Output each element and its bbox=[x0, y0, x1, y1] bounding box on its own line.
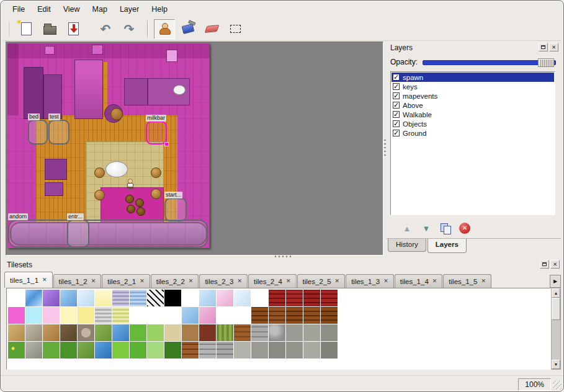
tileset-tile[interactable] bbox=[217, 307, 233, 324]
tileset-tile[interactable] bbox=[112, 342, 129, 359]
tileset-tile[interactable] bbox=[112, 324, 129, 341]
tab-history[interactable]: History bbox=[388, 239, 426, 252]
tileset-tile[interactable] bbox=[8, 307, 25, 324]
tileset-tile[interactable] bbox=[60, 342, 77, 359]
menu-map[interactable]: Map bbox=[87, 3, 113, 16]
select-tool-button[interactable] bbox=[225, 19, 246, 39]
tileset-tile[interactable] bbox=[8, 290, 25, 306]
tileset-tile[interactable] bbox=[303, 342, 320, 359]
tileset-tile[interactable] bbox=[164, 324, 181, 341]
tileset-tile[interactable] bbox=[43, 324, 60, 341]
duplicate-layer-button[interactable] bbox=[439, 221, 452, 235]
tileset-tile[interactable] bbox=[78, 307, 94, 324]
tab-close-icon[interactable]: ✕ bbox=[286, 278, 291, 284]
tileset-tile[interactable] bbox=[60, 324, 77, 341]
layer-row-Objects[interactable]: ✓Objects bbox=[392, 119, 554, 128]
tileset-tile[interactable] bbox=[164, 290, 181, 306]
tileset-tile[interactable] bbox=[217, 342, 233, 359]
layer-row-Above[interactable]: ✓Above bbox=[392, 100, 554, 110]
map-canvas[interactable]: andorn entr... bed test milkbar start... bbox=[7, 43, 210, 248]
tileset-tile[interactable] bbox=[130, 324, 146, 341]
tileset-tile[interactable] bbox=[60, 307, 77, 324]
tileset-tile[interactable] bbox=[25, 324, 42, 341]
tileset-tile[interactable] bbox=[95, 307, 112, 324]
tileset-tile[interactable] bbox=[78, 290, 94, 306]
new-file-button[interactable]: ✶ bbox=[16, 19, 37, 39]
tileset-tile[interactable] bbox=[95, 324, 112, 341]
raise-layer-button[interactable]: ▲ bbox=[400, 221, 414, 235]
tileset-tile[interactable] bbox=[321, 307, 338, 324]
tileset-tile[interactable] bbox=[25, 290, 42, 306]
scrollbar-thumb[interactable] bbox=[552, 298, 560, 320]
scroll-down-button[interactable]: ▼ bbox=[552, 360, 560, 369]
menu-view[interactable]: View bbox=[58, 3, 86, 16]
layer-row-keys[interactable]: ✓keys bbox=[392, 82, 554, 91]
tileset-tile[interactable] bbox=[43, 307, 60, 324]
opacity-slider[interactable] bbox=[423, 60, 556, 65]
tileset-tile[interactable] bbox=[164, 342, 181, 359]
tileset-tile[interactable] bbox=[321, 324, 338, 341]
layer-visibility-checkbox[interactable]: ✓ bbox=[393, 120, 400, 127]
tileset-tile[interactable] bbox=[147, 324, 164, 341]
tileset-tile[interactable] bbox=[286, 342, 303, 359]
tileset-tab-tiles_1_3[interactable]: tiles_1_3✕ bbox=[346, 274, 394, 288]
tileset-tile[interactable] bbox=[182, 324, 199, 341]
menu-edit[interactable]: Edit bbox=[32, 3, 56, 16]
tab-close-icon[interactable]: ✕ bbox=[237, 278, 242, 284]
tileset-tile[interactable] bbox=[269, 342, 285, 359]
tileset-tile[interactable] bbox=[130, 342, 146, 359]
tileset-tile[interactable] bbox=[234, 342, 251, 359]
undo-button[interactable]: ↶ bbox=[95, 19, 116, 39]
tileset-tile[interactable] bbox=[130, 307, 146, 324]
menu-file[interactable]: File bbox=[7, 3, 30, 16]
tab-close-icon[interactable]: ✕ bbox=[481, 278, 486, 284]
tileset-tab-tiles_1_2[interactable]: tiles_1_2✕ bbox=[53, 274, 102, 288]
tileset-tile[interactable] bbox=[25, 307, 42, 324]
tab-scroll-right-button[interactable]: ▶ bbox=[550, 275, 561, 288]
layer-row-mapevents[interactable]: ✓mapevents bbox=[392, 91, 554, 100]
tileset-tile[interactable] bbox=[182, 342, 199, 359]
tileset-tile[interactable] bbox=[269, 324, 285, 341]
stamp-tool-button[interactable] bbox=[154, 19, 175, 39]
map-object-milkbar-selected[interactable]: milkbar bbox=[146, 121, 167, 145]
map-object-start[interactable]: start... bbox=[164, 198, 187, 221]
menu-layer[interactable]: Layer bbox=[114, 3, 145, 16]
layer-row-spawn[interactable]: ✓spawn bbox=[392, 73, 554, 82]
tileset-tile[interactable] bbox=[112, 290, 129, 306]
tileset-tile[interactable] bbox=[95, 290, 112, 306]
tileset-tile[interactable] bbox=[182, 290, 199, 306]
tileset-tile[interactable] bbox=[8, 342, 25, 359]
fill-tool-button[interactable] bbox=[177, 19, 199, 39]
menu-help[interactable]: Help bbox=[146, 3, 173, 16]
tileset-tile[interactable] bbox=[217, 324, 233, 341]
layer-visibility-checkbox[interactable]: ✓ bbox=[393, 111, 400, 118]
tileset-tile[interactable] bbox=[303, 324, 320, 341]
eraser-tool-button[interactable] bbox=[201, 19, 222, 39]
layer-visibility-checkbox[interactable]: ✓ bbox=[393, 74, 400, 81]
close-panel-button[interactable]: ✕ bbox=[550, 260, 560, 269]
delete-layer-button[interactable]: ✕ bbox=[458, 221, 472, 235]
tileset-tile[interactable] bbox=[164, 307, 181, 324]
map-object-bed[interactable]: bed bbox=[28, 120, 48, 145]
tileset-tile[interactable] bbox=[251, 290, 268, 306]
tileset-tile[interactable] bbox=[60, 290, 77, 306]
tileset-tile[interactable] bbox=[199, 324, 216, 341]
resize-grip[interactable] bbox=[553, 381, 562, 390]
tileset-tab-tiles_2_5[interactable]: tiles_2_5✕ bbox=[297, 274, 346, 288]
tileset-tile[interactable] bbox=[199, 342, 216, 359]
redo-button[interactable]: ↷ bbox=[119, 19, 140, 39]
tab-close-icon[interactable]: ✕ bbox=[335, 278, 340, 284]
close-panel-button[interactable]: ✕ bbox=[549, 43, 558, 51]
tab-close-icon[interactable]: ✕ bbox=[189, 278, 194, 284]
tileset-tile[interactable] bbox=[8, 324, 25, 341]
layer-visibility-checkbox[interactable]: ✓ bbox=[393, 102, 400, 109]
tileset-tile[interactable] bbox=[199, 290, 216, 306]
tileset-tile[interactable] bbox=[251, 324, 268, 341]
map-object-test[interactable]: test bbox=[48, 120, 69, 145]
tileset-tab-tiles_2_3[interactable]: tiles_2_3✕ bbox=[199, 274, 248, 288]
tileset-tile[interactable] bbox=[234, 324, 251, 341]
tileset-tile[interactable] bbox=[147, 342, 164, 359]
tab-close-icon[interactable]: ✕ bbox=[42, 277, 47, 283]
tileset-tile[interactable] bbox=[25, 342, 42, 359]
map-view[interactable]: andorn entr... bed test milkbar start... bbox=[6, 42, 383, 256]
